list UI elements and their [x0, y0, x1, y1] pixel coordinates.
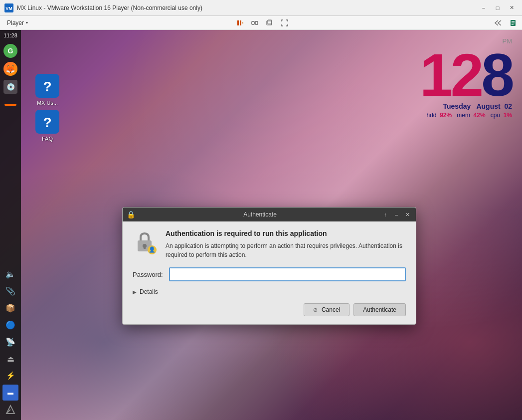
vmware-menubar: Player ▾ [0, 16, 522, 30]
auth-dialog: 🔒 Authenticate ↑ – ✕ [122, 207, 416, 325]
paperclip-icon: 📎 [5, 286, 15, 296]
clock-hour: 1 [420, 41, 451, 108]
clock-hour2: 2 [451, 41, 482, 108]
taskbar-icon-google[interactable]: G [2, 43, 18, 59]
vmware-title: MX Linux - VMware Workstation 16 Player … [17, 4, 477, 11]
svg-rect-8 [268, 20, 272, 24]
vmware-titlebar: VM MX Linux - VMware Workstation 16 Play… [0, 0, 522, 16]
cube-icon: 📦 [5, 303, 15, 313]
hdd-value: 92% [440, 112, 452, 119]
auth-lock-image: 👤 [133, 229, 159, 255]
taskbar-icon-active-window[interactable]: ▬ [2, 385, 18, 401]
svg-rect-22 [144, 246, 146, 249]
window-icon: ▬ [7, 389, 13, 396]
svg-text:?: ? [43, 79, 51, 94]
svg-rect-2 [237, 20, 239, 25]
svg-rect-4 [252, 21, 254, 24]
auth-dialog-titlebar: 🔒 Authenticate ↑ – ✕ [123, 208, 416, 221]
auth-dialog-title: Authenticate [139, 211, 381, 218]
taskbar-icon-orange[interactable] [2, 97, 18, 113]
faq-label: FAQ [42, 136, 53, 142]
authenticate-button[interactable]: Authenticate [353, 303, 406, 316]
desktop-icon-faq[interactable]: ? FAQ [30, 110, 65, 142]
green-g-icon: G [3, 44, 17, 58]
clock-display: 128 [420, 45, 512, 105]
mem-value: 42% [474, 112, 486, 119]
taskbar-icon-disk[interactable]: 💿 [2, 79, 18, 95]
auth-dialog-body: 👤 Authentication is required to run this… [123, 221, 416, 324]
snapshot-button[interactable] [263, 17, 277, 29]
taskbar-icon-wifi[interactable]: 📡 [2, 334, 18, 350]
password-label: Password: [133, 271, 163, 278]
taskbar-icon-firefox[interactable]: 🦊 [2, 61, 18, 77]
auth-details-row[interactable]: ▶ Details [133, 288, 406, 295]
auth-description: An application is attempting to perform … [166, 241, 406, 259]
mxuser-icon-img: ? [35, 74, 59, 98]
auth-header-row: 👤 Authentication is required to run this… [133, 229, 406, 259]
pause-button[interactable] [233, 17, 247, 29]
cpu-label: cpu [491, 112, 500, 119]
notes-button[interactable] [506, 17, 520, 29]
auth-heading: Authentication is required to run this a… [166, 229, 406, 237]
mem-label: mem [457, 112, 470, 119]
svg-rect-5 [255, 21, 258, 24]
clock-day: 02 [504, 102, 512, 110]
mxuser-label: MX Us... [37, 100, 58, 106]
fullscreen-button[interactable] [278, 17, 292, 29]
taskbar-icon-eject[interactable]: ⏏ [2, 351, 18, 367]
auth-password-row: Password: [133, 267, 406, 281]
svg-rect-3 [240, 20, 241, 25]
svg-text:?: ? [43, 115, 51, 130]
dialog-close-button[interactable]: ✕ [403, 210, 412, 219]
vmware-icon: VM [4, 3, 14, 13]
taskbar-icon-cube[interactable]: 📦 [2, 300, 18, 316]
dialog-lock-icon: 🔒 [127, 210, 135, 218]
lock-shield-icon: 👤 [133, 229, 159, 255]
taskbar-icon-bluetooth[interactable]: 🔵 [2, 317, 18, 333]
player-menu-chevron: ▾ [26, 20, 28, 25]
wifi-icon: 📡 [5, 337, 15, 347]
hdd-label: hdd [426, 112, 436, 119]
speaker-icon: 🔈 [5, 269, 15, 279]
player-menu[interactable]: Player ▾ [2, 17, 33, 28]
taskbar: 11:28 G 🦊 💿 🔈 📎 📦 [0, 30, 21, 420]
network-button[interactable] [248, 17, 262, 29]
eject-icon: ⏏ [7, 354, 14, 364]
clock-stats: hdd 92% mem 42% cpu 1% [420, 112, 512, 119]
close-button[interactable]: ✕ [505, 2, 518, 13]
bluetooth-icon: 🔵 [5, 320, 15, 330]
orange-indicator [4, 104, 16, 106]
firefox-icon: 🦊 [3, 62, 17, 76]
taskbar-icon-battery[interactable]: ⚡ [2, 368, 18, 384]
question-mark-blue2-icon: ? [35, 110, 59, 134]
dialog-maximize-button[interactable]: ↑ [381, 210, 390, 219]
cpu-value: 1% [504, 112, 512, 119]
auth-text-block: Authentication is required to run this a… [166, 229, 406, 259]
password-input[interactable] [169, 267, 406, 281]
dialog-minimize-button[interactable]: – [392, 210, 401, 219]
clock-minute: 8 [481, 41, 512, 108]
restore-button[interactable]: □ [491, 2, 504, 13]
svg-text:VM: VM [5, 6, 12, 11]
details-label: Details [140, 288, 158, 295]
taskbar-icon-mx[interactable] [2, 402, 18, 418]
desktop: 11:28 G 🦊 💿 🔈 📎 📦 [0, 30, 522, 420]
disk-icon: 💿 [3, 80, 17, 94]
clock-month: August [476, 102, 500, 110]
taskbar-icon-paperclip[interactable]: 📎 [2, 283, 18, 299]
cancel-icon: ⊘ [313, 307, 318, 313]
svg-text:👤: 👤 [149, 246, 156, 253]
taskbar-icon-speaker[interactable]: 🔈 [2, 266, 18, 282]
minimize-button[interactable]: − [477, 2, 490, 13]
clock-day-of-week: Tuesday [443, 102, 471, 110]
cancel-button[interactable]: ⊘ Cancel [304, 303, 350, 316]
question-mark-blue-icon: ? [35, 74, 59, 98]
window-controls: − □ ✕ [477, 2, 518, 13]
auth-buttons-row: ⊘ Cancel Authenticate [133, 303, 406, 316]
toolbar-icons [233, 17, 292, 29]
mx-icon [5, 405, 15, 415]
faq-icon-img: ? [35, 110, 59, 134]
details-arrow-icon: ▶ [133, 289, 137, 295]
desktop-icon-mxuser[interactable]: ? MX Us... [30, 74, 65, 106]
back-button[interactable] [491, 17, 505, 29]
